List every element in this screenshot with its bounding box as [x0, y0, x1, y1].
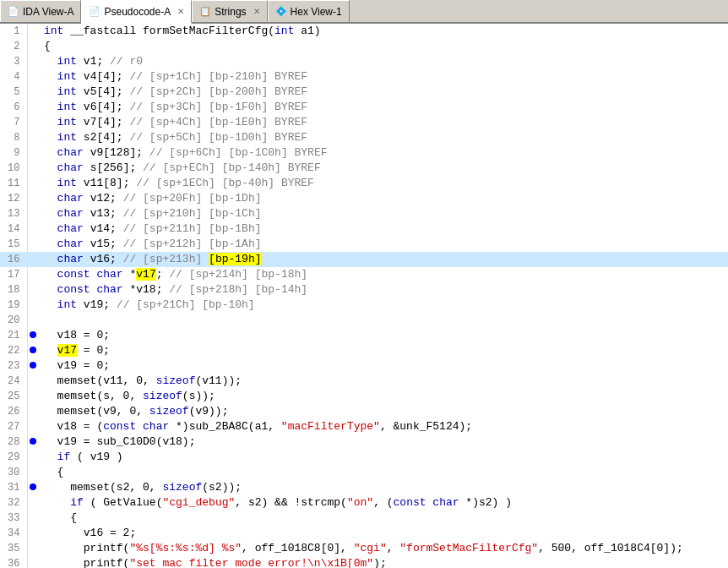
table-row: 22 v17 = 0;: [0, 343, 728, 358]
line-num-17: 17: [0, 267, 27, 282]
line-num-35: 35: [0, 541, 27, 556]
table-row: 3 int v1; // r0: [0, 54, 728, 69]
code-line-21[interactable]: v18 = 0;: [39, 328, 728, 343]
code-line-11[interactable]: int v11[8]; // [sp+1ECh] [bp-40h] BYREF: [39, 176, 728, 191]
table-row: 10 char s[256]; // [sp+ECh] [bp-140h] BY…: [0, 161, 728, 176]
tab-strings[interactable]: 📋 Strings ✕: [192, 0, 267, 22]
line-num-23: 23: [0, 358, 27, 374]
line-num-29: 29: [0, 450, 27, 465]
tab-pseudocode-close[interactable]: ✕: [177, 7, 184, 16]
line-num-28: 28: [0, 434, 27, 450]
line-num-4: 4: [0, 69, 27, 85]
pseudocode-icon: 📄: [89, 6, 101, 17]
code-line-9[interactable]: char v9[128]; // [sp+6Ch] [bp-1C0h] BYRE…: [39, 145, 728, 161]
code-line-3[interactable]: int v1; // r0: [39, 54, 728, 69]
line-num-1: 1: [0, 24, 27, 39]
tab-pseudocode-label: Pseudocode-A: [104, 6, 171, 18]
table-row: 21 v18 = 0;: [0, 328, 728, 343]
tab-hex-view[interactable]: 💠 Hex View-1: [268, 0, 350, 22]
table-row: 33 {: [0, 511, 728, 526]
code-line-2[interactable]: {: [39, 39, 728, 54]
code-line-32[interactable]: if ( GetValue("cgi_debug", s2) && !strcm…: [39, 495, 728, 511]
code-line-5[interactable]: int v5[4]; // [sp+2Ch] [bp-200h] BYREF: [39, 85, 728, 100]
table-row: 4 int v4[4]; // [sp+1Ch] [bp-210h] BYREF: [0, 69, 728, 85]
table-row: 20: [0, 313, 728, 328]
table-row: 9 char v9[128]; // [sp+6Ch] [bp-1C0h] BY…: [0, 145, 728, 161]
code-line-29[interactable]: if ( v19 ): [39, 450, 728, 465]
line-num-2: 2: [0, 39, 27, 54]
code-line-18[interactable]: const char *v18; // [sp+218h] [bp-14h]: [39, 282, 728, 298]
tab-strings-close[interactable]: ✕: [253, 7, 260, 16]
tab-ida-view-label: IDA View-A: [23, 6, 73, 18]
code-line-7[interactable]: int v7[4]; // [sp+4Ch] [bp-1E0h] BYREF: [39, 115, 728, 130]
table-row: 17 const char *v17; // [sp+214h] [bp-18h…: [0, 267, 728, 282]
table-row: 8 int s2[4]; // [sp+5Ch] [bp-1D0h] BYREF: [0, 130, 728, 145]
line-num-26: 26: [0, 404, 27, 419]
line-num-27: 27: [0, 419, 27, 434]
code-line-13[interactable]: char v13; // [sp+210h] [bp-1Ch]: [39, 206, 728, 221]
code-line-1[interactable]: int __fastcall formSetMacFilterCfg(int a…: [39, 24, 728, 39]
line-num-11: 11: [0, 176, 27, 191]
table-row: 27 v18 = (const char *)sub_2BA8C(a1, "ma…: [0, 419, 728, 434]
code-line-20[interactable]: [39, 313, 728, 328]
tab-pseudocode[interactable]: 📄 Pseudocode-A ✕: [81, 0, 192, 24]
code-line-36[interactable]: printf("set mac filter mode error!\n\x1B…: [39, 556, 728, 568]
table-row: 1 int __fastcall formSetMacFilterCfg(int…: [0, 24, 728, 39]
line-num-6: 6: [0, 100, 27, 115]
line-num-13: 13: [0, 206, 27, 221]
line-num-14: 14: [0, 221, 27, 237]
code-line-4[interactable]: int v4[4]; // [sp+1Ch] [bp-210h] BYREF: [39, 69, 728, 85]
line-num-18: 18: [0, 282, 27, 298]
line-num-20: 20: [0, 313, 27, 328]
code-line-16[interactable]: char v16; // [sp+213h] [bp-19h]: [39, 252, 728, 267]
code-line-14[interactable]: char v14; // [sp+211h] [bp-1Bh]: [39, 221, 728, 237]
line-num-19: 19: [0, 298, 27, 313]
line-num-24: 24: [0, 374, 27, 389]
code-line-27[interactable]: v18 = (const char *)sub_2BA8C(a1, "macFi…: [39, 419, 728, 434]
code-line-10[interactable]: char s[256]; // [sp+ECh] [bp-140h] BYREF: [39, 161, 728, 176]
code-line-23[interactable]: v19 = 0;: [39, 358, 728, 374]
code-line-12[interactable]: char v12; // [sp+20Fh] [bp-1Dh]: [39, 191, 728, 206]
code-line-31[interactable]: memset(s2, 0, sizeof(s2));: [39, 480, 728, 495]
code-line-25[interactable]: memset(s, 0, sizeof(s));: [39, 389, 728, 404]
code-line-26[interactable]: memset(v9, 0, sizeof(v9));: [39, 404, 728, 419]
line-num-8: 8: [0, 130, 27, 145]
table-row: 25 memset(s, 0, sizeof(s));: [0, 389, 728, 404]
code-line-35[interactable]: printf("%s[%s:%s:%d] %s", off_1018C8[0],…: [39, 541, 728, 556]
ida-view-icon: 📄: [8, 6, 19, 17]
line-num-10: 10: [0, 161, 27, 176]
table-row: 6 int v6[4]; // [sp+3Ch] [bp-1F0h] BYREF: [0, 100, 728, 115]
line-num-33: 33: [0, 511, 27, 526]
code-line-33[interactable]: {: [39, 511, 728, 526]
line-num-36: 36: [0, 556, 27, 568]
table-row: 24 memset(v11, 0, sizeof(v11));: [0, 374, 728, 389]
table-row: 16 char v16; // [sp+213h] [bp-19h]: [0, 252, 728, 267]
line-num-7: 7: [0, 115, 27, 130]
table-row: 5 int v5[4]; // [sp+2Ch] [bp-200h] BYREF: [0, 85, 728, 100]
code-line-22[interactable]: v17 = 0;: [39, 343, 728, 358]
main-window: 📄 IDA View-A 📄 Pseudocode-A ✕ 📋 Strings …: [0, 0, 728, 568]
line-num-3: 3: [0, 54, 27, 69]
code-line-15[interactable]: char v15; // [sp+212h] [bp-1Ah]: [39, 237, 728, 252]
tab-ida-view[interactable]: 📄 IDA View-A: [0, 0, 81, 22]
table-row: 28 v19 = sub_C10D0(v18);: [0, 434, 728, 450]
line-num-12: 12: [0, 191, 27, 206]
code-line-28[interactable]: v19 = sub_C10D0(v18);: [39, 434, 728, 450]
code-area[interactable]: 1 int __fastcall formSetMacFilterCfg(int…: [0, 24, 728, 568]
code-line-24[interactable]: memset(v11, 0, sizeof(v11));: [39, 374, 728, 389]
code-line-34[interactable]: v16 = 2;: [39, 526, 728, 541]
code-line-30[interactable]: {: [39, 465, 728, 480]
line-num-25: 25: [0, 389, 27, 404]
table-row: 36 printf("set mac filter mode error!\n\…: [0, 556, 728, 568]
table-row: 31 memset(s2, 0, sizeof(s2));: [0, 480, 728, 495]
code-line-6[interactable]: int v6[4]; // [sp+3Ch] [bp-1F0h] BYREF: [39, 100, 728, 115]
line-num-31: 31: [0, 480, 27, 495]
table-row: 30 {: [0, 465, 728, 480]
code-line-8[interactable]: int s2[4]; // [sp+5Ch] [bp-1D0h] BYREF: [39, 130, 728, 145]
code-line-19[interactable]: int v19; // [sp+21Ch] [bp-10h]: [39, 298, 728, 313]
code-line-17[interactable]: const char *v17; // [sp+214h] [bp-18h]: [39, 267, 728, 282]
line-num-16: 16: [0, 252, 27, 267]
line-num-22: 22: [0, 343, 27, 358]
table-row: 15 char v15; // [sp+212h] [bp-1Ah]: [0, 237, 728, 252]
table-row: 7 int v7[4]; // [sp+4Ch] [bp-1E0h] BYREF: [0, 115, 728, 130]
